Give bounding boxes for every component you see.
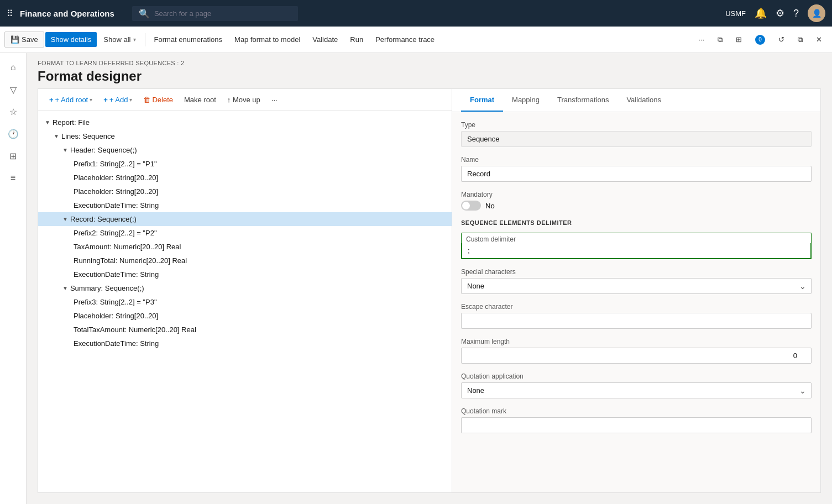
quotation-mark-input[interactable] xyxy=(461,417,812,433)
name-input[interactable] xyxy=(461,166,812,182)
apps-button[interactable]: ⊞ xyxy=(730,32,747,47)
max-length-label: Maximum length xyxy=(461,338,812,345)
special-chars-select[interactable]: None All Custom xyxy=(461,278,812,294)
page-title: Format designer xyxy=(38,69,821,84)
delete-button[interactable]: 🗑 Delete xyxy=(139,93,177,106)
save-icon: 💾 xyxy=(11,35,19,44)
quotation-app-field-group: Quotation application None All character… xyxy=(461,372,812,398)
tree-panel: + + Add root ▾ + + Add ▾ 🗑 Delete Mak xyxy=(38,88,452,493)
expand-button[interactable]: ⧉ xyxy=(712,32,728,48)
close-button[interactable]: ✕ xyxy=(810,32,828,47)
escape-char-field-group: Escape character xyxy=(461,303,812,329)
tree-item[interactable]: Prefix2: String[2..2] = "P2" xyxy=(38,226,452,240)
tree-item[interactable]: ExecutionDateTime: String xyxy=(38,198,452,212)
move-up-button[interactable]: ↑ Move up xyxy=(223,93,265,106)
tree-item[interactable]: ▼ Header: Sequence(;) xyxy=(38,143,452,157)
waffle-icon[interactable]: ⠿ xyxy=(7,8,13,19)
sidebar-star-icon[interactable]: ☆ xyxy=(3,102,23,122)
tree-item[interactable]: ExecutionDateTime: String xyxy=(38,267,452,281)
more-tree-button[interactable]: ··· xyxy=(267,93,282,106)
mandatory-toggle[interactable] xyxy=(461,201,481,211)
tab-transformations[interactable]: Transformations xyxy=(548,89,618,112)
tree-item-label: Prefix3: String[2..2] = "P3" xyxy=(74,298,157,306)
tree-item[interactable]: Prefix3: String[2..2] = "P3" xyxy=(38,295,452,309)
save-button[interactable]: 💾 Save xyxy=(4,32,44,48)
tree-item-label: Report: File xyxy=(53,118,90,127)
props-tabs: Format Mapping Transformations Validatio… xyxy=(452,89,820,112)
expand-icon: ▼ xyxy=(62,147,68,153)
more-options-button[interactable]: ··· xyxy=(693,32,710,47)
tree-item-label: Lines: Sequence xyxy=(61,132,115,140)
map-format-button[interactable]: Map format to model xyxy=(229,32,306,47)
quotation-mark-field-group: Quotation mark xyxy=(461,407,812,433)
quotation-app-label: Quotation application xyxy=(461,372,812,380)
tab-format[interactable]: Format xyxy=(461,89,503,112)
toolbar-right: ··· ⧉ ⊞ 0 ↺ ⧉ ✕ xyxy=(693,32,828,48)
tree-item-label: Prefix2: String[2..2] = "P2" xyxy=(74,229,157,237)
escape-char-input[interactable] xyxy=(461,313,812,329)
validate-button[interactable]: Validate xyxy=(307,32,343,47)
expand-icon: ▼ xyxy=(62,285,68,291)
tree-content: ▼ Report: File ▼ Lines: Sequence ▼ Heade… xyxy=(38,111,452,492)
tree-item-label: TotalTaxAmount: Numeric[20..20] Real xyxy=(74,326,196,334)
show-details-button[interactable]: Show details xyxy=(45,32,97,47)
notification-icon[interactable]: 🔔 xyxy=(755,7,767,19)
tree-item-label: Placeholder: String[20..20] xyxy=(74,187,158,196)
quotation-app-select[interactable]: None All characters Special characters o… xyxy=(461,382,812,398)
run-button[interactable]: Run xyxy=(344,32,369,47)
show-all-button[interactable]: Show all ▾ xyxy=(98,32,141,47)
special-chars-field-group: Special characters None All Custom xyxy=(461,268,812,294)
custom-delimiter-input[interactable] xyxy=(461,243,812,259)
search-icon: 🔍 xyxy=(139,8,150,19)
refresh-button[interactable]: ↺ xyxy=(773,32,790,47)
sidebar-list-icon[interactable]: ≡ xyxy=(3,168,23,188)
tree-item-label: Summary: Sequence(;) xyxy=(70,284,144,292)
tree-item[interactable]: Prefix1: String[2..2] = "P1" xyxy=(38,157,452,171)
avatar[interactable]: 👤 xyxy=(808,4,825,22)
performance-trace-button[interactable]: Performance trace xyxy=(370,32,440,47)
main-layout: ⌂ ▽ ☆ 🕐 ⊞ ≡ FORMAT TO LEARN DEFERRED SEQ… xyxy=(0,53,832,504)
add-button[interactable]: + + Add ▾ xyxy=(99,93,137,106)
make-root-button[interactable]: Make root xyxy=(180,93,221,106)
page-header: FORMAT TO LEARN DEFERRED SEQUENCES : 2 F… xyxy=(27,53,832,88)
max-length-field-group: Maximum length xyxy=(461,338,812,364)
tree-toolbar: + + Add root ▾ + + Add ▾ 🗑 Delete Mak xyxy=(38,89,452,111)
sidebar-filter-icon[interactable]: ▽ xyxy=(3,80,23,99)
sidebar-home-icon[interactable]: ⌂ xyxy=(3,57,23,77)
name-label: Name xyxy=(461,156,812,164)
settings-icon[interactable]: ⚙ xyxy=(776,7,784,19)
tree-item[interactable]: ▼ Lines: Sequence xyxy=(38,129,452,143)
custom-delimiter-field-group: Custom delimiter xyxy=(461,233,812,259)
tree-item[interactable]: Placeholder: String[20..20] xyxy=(38,171,452,185)
tree-item[interactable]: TotalTaxAmount: Numeric[20..20] Real xyxy=(38,323,452,337)
tree-item[interactable]: ▼ Summary: Sequence(;) xyxy=(38,281,452,295)
tree-item-record[interactable]: ▼ Record: Sequence(;) xyxy=(38,212,452,226)
tree-item-label: Prefix1: String[2..2] = "P1" xyxy=(74,160,157,168)
toggle-knob xyxy=(462,202,470,209)
search-input[interactable] xyxy=(154,9,281,18)
sidebar-grid-icon[interactable]: ⊞ xyxy=(3,146,23,166)
new-tab-button[interactable]: ⧉ xyxy=(792,32,808,48)
tab-validations[interactable]: Validations xyxy=(618,89,670,112)
tree-item[interactable]: Placeholder: String[20..20] xyxy=(38,309,452,323)
add-root-button[interactable]: + + Add root ▾ xyxy=(45,93,97,106)
top-bar-right: USMF 🔔 ⚙ ? 👤 xyxy=(725,4,825,22)
special-chars-select-wrapper: None All Custom xyxy=(461,278,812,294)
tree-item-label: Header: Sequence(;) xyxy=(70,146,137,154)
tree-item[interactable]: ▼ Report: File xyxy=(38,116,452,129)
tree-item-label: Placeholder: String[20..20] xyxy=(74,174,158,182)
tree-item[interactable]: Placeholder: String[20..20] xyxy=(38,185,452,198)
tab-mapping[interactable]: Mapping xyxy=(503,89,548,112)
format-enumerations-button[interactable]: Format enumerations xyxy=(149,32,228,47)
badge-button[interactable]: 0 xyxy=(750,32,771,48)
show-all-chevron: ▾ xyxy=(133,36,136,43)
help-icon[interactable]: ? xyxy=(793,8,799,19)
tree-item[interactable]: TaxAmount: Numeric[20..20] Real xyxy=(38,240,452,254)
expand-icon: ▼ xyxy=(62,216,68,222)
add-icon: + xyxy=(103,96,108,104)
max-length-input[interactable] xyxy=(461,348,812,364)
sidebar-history-icon[interactable]: 🕐 xyxy=(3,124,23,144)
tree-item[interactable]: RunningTotal: Numeric[20..20] Real xyxy=(38,254,452,267)
breadcrumb: FORMAT TO LEARN DEFERRED SEQUENCES : 2 xyxy=(38,60,821,66)
tree-item[interactable]: ExecutionDateTime: String xyxy=(38,337,452,350)
